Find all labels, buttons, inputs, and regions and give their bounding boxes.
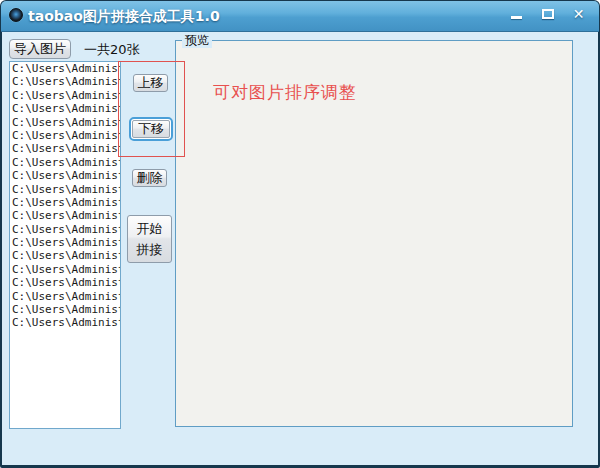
preview-groupbox: 预览 可对图片排序调整 — [175, 40, 573, 427]
window-controls: ✕ — [504, 4, 591, 26]
file-list-item[interactable]: C:\Users\Administr — [10, 316, 120, 329]
file-list-item[interactable]: C:\Users\Administr — [10, 209, 120, 222]
file-list-item[interactable]: C:\Users\Administr — [10, 223, 120, 236]
import-images-button[interactable]: 导入图片 — [9, 39, 71, 59]
window-title: taobao图片拼接合成工具1.0 — [28, 1, 220, 31]
close-button[interactable]: ✕ — [566, 4, 591, 24]
file-list-item[interactable]: C:\Users\Administr — [10, 236, 120, 249]
file-list-item[interactable]: C:\Users\Administr — [10, 75, 120, 88]
file-list-item[interactable]: C:\Users\Administr — [10, 129, 120, 142]
file-list-item[interactable]: C:\Users\Administr — [10, 116, 120, 129]
app-window: taobao图片拼接合成工具1.0 ✕ 导入图片 一共20张 C:\Users\… — [0, 0, 600, 468]
titlebar[interactable]: taobao图片拼接合成工具1.0 ✕ — [1, 1, 599, 32]
move-down-button-focus-ring: 下移 — [129, 117, 173, 141]
maximize-icon — [542, 9, 554, 19]
move-up-button[interactable]: 上移 — [133, 74, 168, 92]
file-list-item[interactable]: C:\Users\Administr — [10, 183, 120, 196]
file-list-item[interactable]: C:\Users\Administr — [10, 142, 120, 155]
client-area: 导入图片 一共20张 C:\Users\AdministrC:\Users\Ad… — [2, 32, 598, 465]
file-list-item[interactable]: C:\Users\Administr — [10, 290, 120, 303]
file-list-item[interactable]: C:\Users\Administr — [10, 169, 120, 182]
sort-hint-annotation: 可对图片排序调整 — [213, 81, 357, 104]
file-list-item[interactable]: C:\Users\Administr — [10, 263, 120, 276]
file-list-item[interactable]: C:\Users\Administr — [10, 303, 120, 316]
file-list-item[interactable]: C:\Users\Administr — [10, 102, 120, 115]
image-count-label: 一共20张 — [84, 41, 140, 59]
file-list[interactable]: C:\Users\AdministrC:\Users\AdministrC:\U… — [9, 61, 121, 429]
minimize-button[interactable] — [504, 4, 529, 24]
close-icon: ✕ — [573, 4, 585, 24]
file-list-item[interactable]: C:\Users\Administr — [10, 62, 120, 75]
file-list-item[interactable]: C:\Users\Administr — [10, 89, 120, 102]
delete-button[interactable]: 删除 — [132, 169, 167, 187]
app-icon — [9, 8, 23, 22]
file-list-item[interactable]: C:\Users\Administr — [10, 196, 120, 209]
file-list-item[interactable]: C:\Users\Administr — [10, 276, 120, 289]
file-list-item[interactable]: C:\Users\Administr — [10, 156, 120, 169]
minimize-icon — [511, 16, 522, 19]
maximize-button[interactable] — [535, 4, 560, 24]
move-down-button[interactable]: 下移 — [132, 120, 170, 138]
file-list-item[interactable]: C:\Users\Administr — [10, 249, 120, 262]
start-stitch-button[interactable]: 开始 拼接 — [127, 215, 172, 263]
preview-group-label: 预览 — [182, 33, 212, 48]
